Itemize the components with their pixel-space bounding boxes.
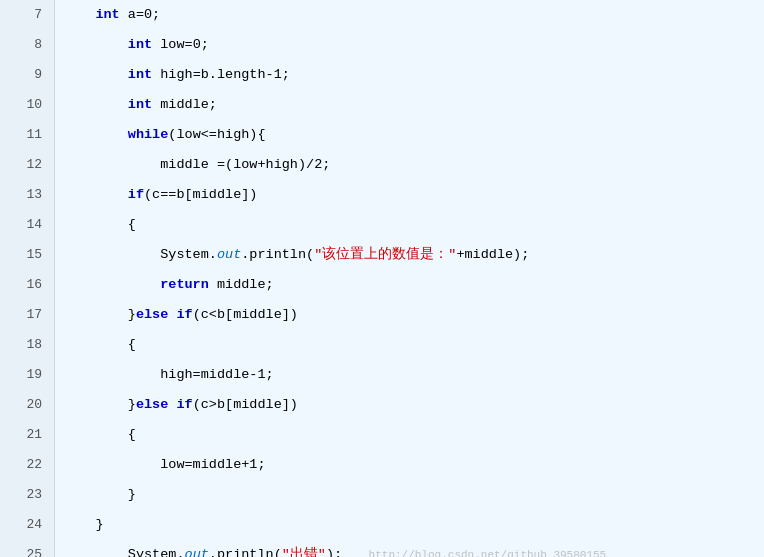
line-content: { xyxy=(55,330,136,360)
line-number: 9 xyxy=(0,60,55,90)
code-text: +middle); xyxy=(456,247,529,262)
code-line: 10 int middle; xyxy=(0,90,764,120)
keyword: if xyxy=(176,397,192,412)
code-text: { xyxy=(128,217,136,232)
code-line: 7 int a=0; xyxy=(0,0,764,30)
line-content: { xyxy=(55,210,136,240)
line-number: 7 xyxy=(0,0,55,30)
method-name: out xyxy=(217,247,241,262)
code-text: } xyxy=(128,487,136,502)
code-line: 19 high=middle-1; xyxy=(0,360,764,390)
code-text: high=middle-1; xyxy=(160,367,273,382)
code-text: } xyxy=(128,307,136,322)
code-line: 20 }else if(c>b[middle]) xyxy=(0,390,764,420)
keyword: while xyxy=(128,127,169,142)
line-number: 8 xyxy=(0,30,55,60)
code-text: } xyxy=(128,397,136,412)
line-number: 15 xyxy=(0,240,55,270)
keyword: return xyxy=(160,277,209,292)
code-text: middle; xyxy=(152,97,217,112)
code-text: (low<=high){ xyxy=(168,127,265,142)
line-content: int a=0; xyxy=(55,0,160,30)
line-number: 25 xyxy=(0,540,55,557)
code-editor: 7 int a=0;8 int low=0;9 int high=b.lengt… xyxy=(0,0,764,557)
keyword: int xyxy=(128,37,152,52)
keyword: if xyxy=(128,187,144,202)
method-name: out xyxy=(185,547,209,557)
code-text: (c<b[middle]) xyxy=(193,307,298,322)
line-content: int low=0; xyxy=(55,30,209,60)
code-text: .println( xyxy=(241,247,314,262)
code-line: 17 }else if(c<b[middle]) xyxy=(0,300,764,330)
watermark: http://blog.csdn.net/github_39580155 xyxy=(342,549,606,557)
code-text: { xyxy=(128,337,136,352)
line-number: 10 xyxy=(0,90,55,120)
code-text: System. xyxy=(160,247,217,262)
code-text: (c>b[middle]) xyxy=(193,397,298,412)
code-line: 9 int high=b.length-1; xyxy=(0,60,764,90)
code-text: { xyxy=(128,427,136,442)
code-line: 11 while(low<=high){ xyxy=(0,120,764,150)
line-number: 19 xyxy=(0,360,55,390)
code-line: 21 { xyxy=(0,420,764,450)
line-number: 13 xyxy=(0,180,55,210)
line-content: System.out.println("该位置上的数值是："+middle); xyxy=(55,240,529,270)
string-literal: "该位置上的数值是：" xyxy=(314,247,456,262)
code-line: 24 } xyxy=(0,510,764,540)
line-content: if(c==b[middle]) xyxy=(55,180,257,210)
line-number: 23 xyxy=(0,480,55,510)
line-content: System.out.println("出错"); http://blog.cs… xyxy=(55,540,606,557)
code-text: low=0; xyxy=(152,37,209,52)
code-line: 12 middle =(low+high)/2; xyxy=(0,150,764,180)
line-number: 18 xyxy=(0,330,55,360)
code-line: 23 } xyxy=(0,480,764,510)
code-line: 13 if(c==b[middle]) xyxy=(0,180,764,210)
line-number: 22 xyxy=(0,450,55,480)
code-line: 8 int low=0; xyxy=(0,30,764,60)
line-number: 24 xyxy=(0,510,55,540)
line-content: while(low<=high){ xyxy=(55,120,266,150)
code-text: a=0; xyxy=(120,7,161,22)
code-text: System. xyxy=(128,547,185,557)
code-text: high=b.length-1; xyxy=(152,67,290,82)
line-number: 14 xyxy=(0,210,55,240)
string-literal: "出错" xyxy=(282,547,326,557)
code-text: ); xyxy=(326,547,342,557)
line-content: low=middle+1; xyxy=(55,450,266,480)
line-content: } xyxy=(55,480,136,510)
line-content: return middle; xyxy=(55,270,274,300)
code-line: 18 { xyxy=(0,330,764,360)
line-content: }else if(c>b[middle]) xyxy=(55,390,298,420)
keyword: else xyxy=(136,307,168,322)
line-content: int high=b.length-1; xyxy=(55,60,290,90)
code-line: 22 low=middle+1; xyxy=(0,450,764,480)
keyword: int xyxy=(95,7,119,22)
line-content: middle =(low+high)/2; xyxy=(55,150,330,180)
line-content: { xyxy=(55,420,136,450)
line-content: } xyxy=(55,510,104,540)
code-line: 15 System.out.println("该位置上的数值是："+middle… xyxy=(0,240,764,270)
code-text: } xyxy=(95,517,103,532)
code-line: 25 System.out.println("出错"); http://blog… xyxy=(0,540,764,557)
keyword: int xyxy=(128,67,152,82)
code-line: 16 return middle; xyxy=(0,270,764,300)
keyword: else xyxy=(136,397,168,412)
line-content: high=middle-1; xyxy=(55,360,274,390)
keyword: if xyxy=(176,307,192,322)
line-number: 16 xyxy=(0,270,55,300)
code-text: .println( xyxy=(209,547,282,557)
code-line: 14 { xyxy=(0,210,764,240)
line-number: 20 xyxy=(0,390,55,420)
line-content: }else if(c<b[middle]) xyxy=(55,300,298,330)
keyword: int xyxy=(128,97,152,112)
line-number: 17 xyxy=(0,300,55,330)
line-number: 12 xyxy=(0,150,55,180)
code-text: low=middle+1; xyxy=(160,457,265,472)
line-number: 11 xyxy=(0,120,55,150)
code-text: middle =(low+high)/2; xyxy=(160,157,330,172)
line-number: 21 xyxy=(0,420,55,450)
line-content: int middle; xyxy=(55,90,217,120)
code-text: middle; xyxy=(209,277,274,292)
code-text: (c==b[middle]) xyxy=(144,187,257,202)
